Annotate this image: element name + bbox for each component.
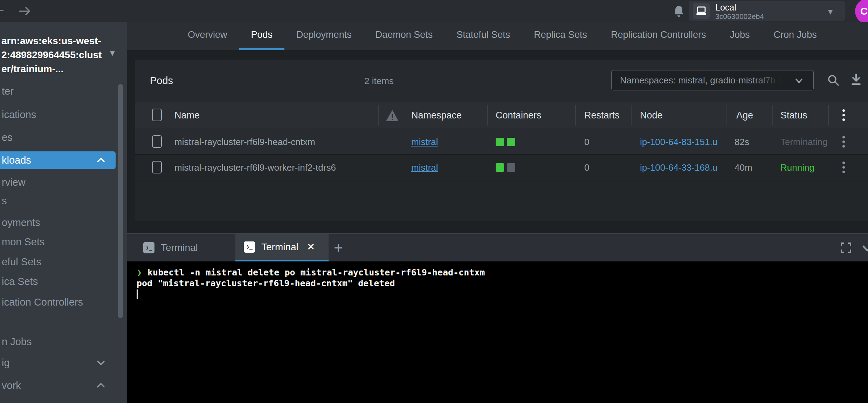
column-header-status[interactable]: Status [780, 110, 807, 121]
tab-pods[interactable]: Pods [239, 22, 285, 50]
items-count: 2 items [364, 76, 394, 87]
caret-down-icon: ▾ [828, 6, 833, 17]
column-divider [575, 105, 576, 125]
tab-stateful-sets[interactable]: Stateful Sets [445, 22, 522, 50]
cluster-name[interactable]: arn:aws:eks:us-west- 2:489829964455:clus… [1, 34, 110, 76]
avatar-initials: CH [860, 6, 868, 17]
column-divider [631, 105, 632, 125]
table-empty-area [135, 180, 868, 221]
terminal-tab-inactive[interactable]: ❯_ Terminal [135, 234, 206, 261]
sidebar-item-cluster[interactable]: ter [0, 82, 116, 100]
tab-daemon-sets[interactable]: Daemon Sets [364, 22, 445, 50]
download-icon[interactable] [849, 73, 863, 87]
sidebar-item-nodes[interactable]: es [0, 129, 116, 146]
row-menu-kebab-icon[interactable] [841, 135, 846, 149]
select-all-checkbox[interactable] [152, 109, 162, 121]
sidebar-item-stateful-sets[interactable]: eful Sets [0, 253, 116, 271]
restarts-count: 0 [584, 162, 589, 173]
restarts-count: 0 [584, 137, 589, 148]
pod-name: mistral-raycluster-rf6l9-head-cntxm [174, 137, 315, 148]
terminal-command-line: ❯kubectl -n mistral delete po mistral-ra… [137, 267, 864, 278]
column-divider [828, 105, 829, 125]
table-row-pod-head[interactable]: mistral-raycluster-rf6l9-head-cntxm mist… [135, 129, 868, 155]
column-divider [772, 105, 773, 125]
namespace-link[interactable]: mistral [411, 137, 438, 148]
sidebar-scrollbar[interactable] [118, 84, 123, 318]
chevron-down-icon [794, 75, 804, 86]
pod-name: mistral-raycluster-rf6l9-worker-inf2-tdr… [174, 162, 336, 173]
sidebar-item-daemon-sets[interactable]: mon Sets [0, 233, 116, 251]
terminal-command: kubectl -n mistral delete po mistral-ray… [147, 267, 485, 278]
table-row-pod-worker[interactable]: mistral-raycluster-rf6l9-worker-inf2-tdr… [135, 155, 868, 180]
sidebar-item-config[interactable]: ig [0, 354, 116, 371]
notifications-bell-icon[interactable] [673, 5, 684, 18]
column-header-age[interactable]: Age [736, 110, 753, 121]
terminal-icon: ❯_ [244, 241, 255, 253]
sidebar-item-network[interactable]: vork [0, 377, 116, 394]
sidebar-item-replication-controllers[interactable]: ication Controllers [0, 293, 116, 311]
terminal-dock-bar: ❯_ Terminal ❯_ Terminal ✕ + [127, 233, 868, 261]
warning-column-icon[interactable] [385, 109, 399, 122]
node-link[interactable]: ip-100-64-33-168.u [640, 162, 717, 173]
close-icon[interactable]: ✕ [307, 241, 315, 253]
sidebar-item-cron-jobs[interactable]: n Jobs [0, 333, 116, 350]
laptop-icon [693, 3, 710, 19]
column-divider [378, 105, 379, 125]
column-header-name[interactable]: Name [174, 110, 200, 121]
page-title: Pods [150, 75, 173, 87]
sidebar-item-pods[interactable]: s [0, 192, 116, 210]
sidebar: arn:aws:eks:us-west- 2:489829964455:clus… [0, 22, 127, 403]
terminal-cursor-line [137, 289, 864, 300]
sidebar-item-applications[interactable]: ications [0, 106, 116, 123]
back-arrow-icon[interactable] [0, 10, 4, 11]
tab-deployments[interactable]: Deployments [284, 22, 364, 50]
user-avatar[interactable]: CH [855, 0, 868, 24]
forward-arrow-icon[interactable] [18, 5, 32, 18]
context-subtitle: 3c0630002eb4 [715, 12, 764, 21]
chevron-down-icon [96, 358, 106, 368]
column-header-node[interactable]: Node [640, 110, 663, 121]
tab-overview[interactable]: Overview [176, 22, 239, 50]
tab-replication-controllers[interactable]: Replication Controllers [599, 22, 718, 50]
column-header-restarts[interactable]: Restarts [584, 110, 620, 121]
table-settings-kebab-icon[interactable] [841, 108, 846, 122]
tab-jobs[interactable]: Jobs [718, 22, 762, 50]
terminal-output-line: pod "mistral-raycluster-rf6l9-head-cntxm… [137, 278, 864, 289]
column-header-namespace[interactable]: Namespace [411, 110, 462, 121]
new-terminal-tab-icon[interactable]: + [334, 239, 343, 257]
cluster-context-switcher[interactable]: Local 3c0630002eb4 ▾ [689, 1, 845, 21]
terminal-tab-active[interactable]: ❯_ Terminal ✕ [235, 234, 329, 261]
pods-table-header: Name Namespace Containers Restarts Node … [135, 102, 868, 129]
namespace-link[interactable]: mistral [411, 162, 438, 173]
row-menu-kebab-icon[interactable] [841, 160, 846, 175]
terminal-icon: ❯_ [143, 242, 154, 253]
row-checkbox[interactable] [152, 135, 162, 148]
lens-app-window: Local 3c0630002eb4 ▾ CH Overview Pods De… [0, 0, 868, 403]
search-icon[interactable] [827, 74, 840, 87]
sidebar-item-replica-sets[interactable]: ica Sets [0, 273, 116, 290]
namespace-filter-select[interactable]: Namespaces: mistral, gradio-mistral7b-i [611, 70, 814, 90]
maximize-icon[interactable] [840, 242, 852, 254]
sidebar-item-overview[interactable]: rview [0, 173, 116, 191]
node-link[interactable]: ip-100-64-83-151.u [640, 137, 717, 148]
resource-tab-bar: Overview Pods Deployments Daemon Sets St… [127, 22, 868, 50]
terminal-pane[interactable]: ❯kubectl -n mistral delete po mistral-ra… [127, 261, 868, 403]
container-status-square [507, 138, 515, 146]
context-title: Local [715, 2, 736, 13]
tab-replica-sets[interactable]: Replica Sets [522, 22, 599, 50]
container-status-square [507, 163, 515, 172]
column-divider [726, 105, 726, 125]
chevron-up-icon [96, 381, 106, 390]
tab-cron-jobs[interactable]: Cron Jobs [762, 22, 829, 50]
column-header-containers[interactable]: Containers [496, 110, 542, 121]
chevron-down-icon[interactable] [861, 243, 868, 254]
cluster-caret-down-icon[interactable]: ▾ [110, 47, 115, 59]
status-badge: Terminating [780, 137, 834, 148]
pods-list-header: Pods 2 items Namespaces: mistral, gradio… [135, 60, 868, 102]
column-divider [487, 105, 488, 125]
row-checkbox[interactable] [152, 161, 162, 173]
container-status-square [496, 163, 504, 172]
sidebar-item-deployments[interactable]: oyments [0, 214, 116, 231]
sidebar-item-workloads[interactable]: kloads [0, 151, 116, 169]
chevron-up-icon [96, 155, 106, 165]
